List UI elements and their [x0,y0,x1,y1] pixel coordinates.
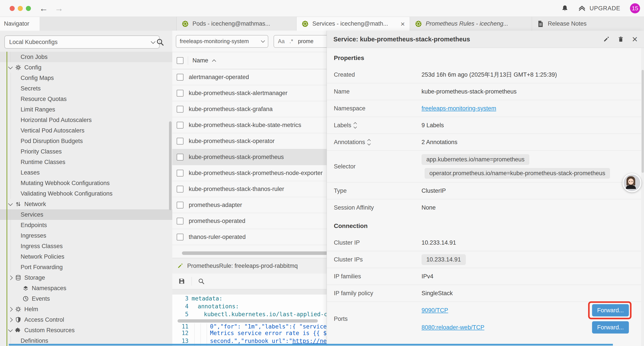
sidebar-item-custom-resources[interactable]: Custom Resources [0,325,172,336]
upgrade-button[interactable]: UPGRADE [578,5,620,12]
sidebar-item-storage[interactable]: Storage [0,272,172,283]
forward-button[interactable]: Forward... [592,321,629,334]
close-tab-icon[interactable]: × [400,20,405,27]
chevron-down-icon[interactable] [8,65,13,69]
sort-updown-icon[interactable] [368,139,370,145]
chevron-right-icon[interactable] [8,307,13,311]
sidebar-item-port-forwarding[interactable]: Port Forwarding [0,262,172,272]
kubernetes-icon [302,20,309,27]
chevron-down-icon[interactable] [8,201,13,206]
row-checkbox[interactable] [177,138,184,145]
sidebar-item-limit-ranges[interactable]: Limit Ranges [0,104,172,115]
table-row[interactable]: prometheus-adapter [172,197,326,213]
sidebar-item-endpoints[interactable]: Endpoints [0,220,172,230]
sidebar-item-secrets[interactable]: Secrets [0,83,172,94]
panel-scrollbar[interactable] [642,70,644,173]
sidebar-item-helm[interactable]: Helm [0,304,172,315]
close-window-button[interactable] [10,6,15,11]
editor-horizontal-scrollbar[interactable] [178,319,318,323]
sidebar-scrollbar[interactable] [169,121,172,210]
sidebar-item-resource-quotas[interactable]: Resource Quotas [0,94,172,104]
sidebar-item-mutating-webhook-configurations[interactable]: Mutating Webhook Configurations [0,178,172,188]
back-arrow-icon[interactable]: ← [39,4,48,13]
forward-arrow-icon[interactable]: → [54,4,63,13]
table-row[interactable]: kube-prometheus-stack-alertmanager [172,85,326,101]
table-row[interactable]: kube-prometheus-stack-thanos-ruler [172,181,326,197]
user-avatar[interactable] [622,173,641,192]
row-checkbox[interactable] [177,74,184,81]
editor-tab[interactable]: PrometheusRule: freeleaps-prod-rabbitmq [172,258,326,274]
chevron-right-icon[interactable] [8,317,13,322]
sidebar-item-vertical-pod-autoscalers[interactable]: Vertical Pod Autoscalers [0,125,172,136]
save-icon[interactable] [178,278,186,285]
sidebar-item-network-policies[interactable]: Network Policies [0,251,172,262]
bell-icon[interactable] [561,5,568,12]
kubeconfig-selector[interactable]: Local Kubeconfigs [4,35,160,49]
close-icon[interactable]: × [632,35,638,43]
row-checkbox[interactable] [177,90,184,97]
row-checkbox[interactable] [177,106,184,113]
sidebar-item-network[interactable]: Network [0,199,172,209]
yaml-editor[interactable]: 3metadata:4annotations:5kubectl.kubernet… [172,295,326,346]
row-checkbox[interactable] [177,154,184,161]
name-column-header[interactable]: Name [192,57,208,64]
sidebar-item-cron-jobs[interactable]: Cron Jobs [0,52,172,62]
sidebar-item-events[interactable]: Events [0,294,172,304]
sidebar-item-horizontal-pod-autoscalers[interactable]: Horizontal Pod Autoscalers [0,115,172,125]
property-value: 253d 16h 6m ago (2025年1月13日 GMT+8 1:25:3… [422,71,557,79]
table-row[interactable]: alertmanager-operated [172,69,326,85]
sidebar-item-services[interactable]: Services [0,209,172,220]
port-row: 8080:reloader-web/TCPForward... [422,319,629,336]
navigator-tab[interactable]: Navigator [0,17,40,31]
sidebar-item-leases[interactable]: Leases [0,167,172,178]
maximize-window-button[interactable] [26,6,31,11]
tab-services-icecheng-math-[interactable]: Services - icecheng@math...× [296,17,410,31]
table-row[interactable]: kube-prometheus-stack-prometheus-node-ex… [172,165,326,181]
editor-search-icon[interactable] [198,278,204,285]
table-row[interactable]: kube-prometheus-stack-prometheus [172,149,326,165]
sidebar-item-ingresses[interactable]: Ingresses [0,230,172,241]
property-value-link[interactable]: freeleaps-monitoring-system [422,105,496,112]
sidebar-item-pod-disruption-budgets[interactable]: Pod Disruption Budgets [0,136,172,146]
port-link[interactable]: 8080:reloader-web/TCP [422,324,484,331]
port-link[interactable]: 9090/TCP [422,307,448,314]
notifications-badge[interactable]: 15 [630,3,640,13]
tab-prometheus-rules-icecheng-[interactable]: Prometheus Rules - icecheng... [410,17,532,31]
sidebar-item-priority-classes[interactable]: Priority Classes [0,146,172,157]
table-row[interactable]: kube-prometheus-stack-kube-state-metrics [172,117,326,133]
row-checkbox[interactable] [177,218,184,224]
table-row[interactable]: thanos-ruler-operated [172,229,326,245]
sidebar-item-config-maps[interactable]: Config Maps [0,73,172,83]
row-checkbox[interactable] [177,170,184,177]
table-horizontal-scrollbar[interactable] [182,251,326,255]
sidebar-item-access-control[interactable]: Access Control [0,315,172,325]
trash-icon[interactable] [618,36,624,42]
table-row[interactable]: kube-prometheus-stack-grafana [172,101,326,117]
sidebar-item-runtime-classes[interactable]: Runtime Classes [0,157,172,167]
tab-release-notes[interactable]: Release Notes [532,17,644,31]
sidebar-item-namespaces[interactable]: Namespaces [0,283,172,294]
sort-ascending-icon[interactable] [212,59,216,63]
regex-toggle[interactable]: .* [290,38,293,44]
sidebar-search-icon[interactable] [156,38,164,46]
chevron-right-icon[interactable] [8,275,13,280]
row-checkbox[interactable] [177,186,184,193]
sidebar-item-validating-webhook-configurations[interactable]: Validating Webhook Configurations [0,188,172,199]
sidebar-item-label: Pod Disruption Budgets [20,138,83,145]
minimize-window-button[interactable] [18,6,23,11]
tab-pods-icecheng-mathmas-[interactable]: Pods - icecheng@mathmas... [177,17,296,31]
row-checkbox[interactable] [177,202,184,209]
chevron-down-icon[interactable] [8,327,13,332]
select-all-checkbox[interactable] [177,57,184,64]
edit-pencil-icon[interactable] [603,36,610,42]
table-row[interactable]: prometheus-operated [172,213,326,229]
namespace-filter-dropdown[interactable]: freeleaps-monitoring-system [176,35,268,48]
match-case-toggle[interactable]: Aa [278,38,285,44]
sidebar-item-ingress-classes[interactable]: Ingress Classes [0,241,172,251]
row-checkbox[interactable] [177,234,184,240]
row-checkbox[interactable] [177,122,184,129]
sidebar-item-config[interactable]: Config [0,62,172,73]
resource-search-input[interactable]: Aa .* prome [274,35,326,48]
sort-updown-icon[interactable] [354,123,356,128]
table-row[interactable]: kube-prometheus-stack-operator [172,133,326,149]
